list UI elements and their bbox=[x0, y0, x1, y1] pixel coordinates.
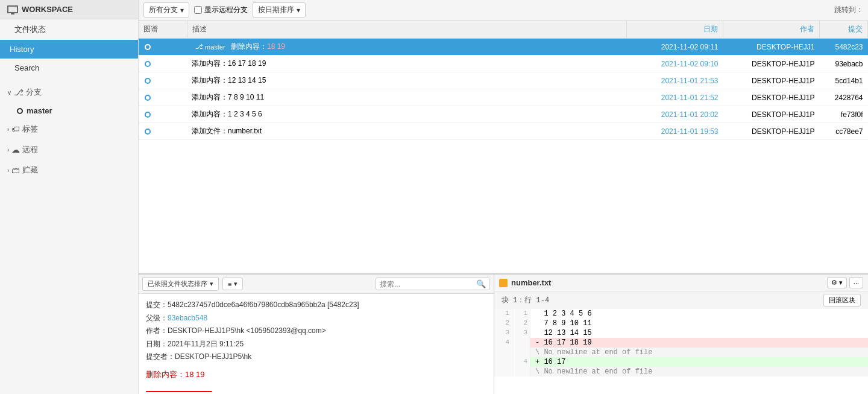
sidebar-nav-history[interactable]: History bbox=[0, 40, 138, 59]
line-num-old: 1 bbox=[494, 309, 512, 319]
file-sort-dropdown[interactable]: 已依照文件状态排序 ▾ bbox=[142, 277, 219, 291]
search-input[interactable] bbox=[380, 280, 476, 288]
commit-dot bbox=[145, 61, 151, 67]
line-num-old bbox=[494, 367, 512, 377]
line-num-old bbox=[494, 357, 512, 367]
search-bar[interactable]: 🔍 bbox=[376, 278, 490, 290]
table-row[interactable]: 添加内容：1 2 3 4 5 62021-11-01 20:02DESKTOP-… bbox=[139, 106, 868, 123]
commit-date-line: 日期：2021年11月2日 9:11:25 bbox=[146, 338, 486, 351]
line-content: + 16 17 bbox=[530, 357, 868, 367]
line-num-new bbox=[512, 338, 530, 348]
rollback-btn[interactable]: 回滚区块 bbox=[823, 294, 861, 307]
commit-info-toolbar: 已依照文件状态排序 ▾ ≡ ▾ 🔍 bbox=[139, 275, 494, 294]
branch-master-item[interactable]: master bbox=[0, 103, 138, 119]
red-underline-decoration bbox=[146, 384, 486, 394]
author-cell: DESKTOP-HEJJ1P bbox=[723, 56, 820, 72]
table-row[interactable]: 添加文件：number.txt2021-11-01 19:53DESKTOP-H… bbox=[139, 123, 868, 140]
line-num-new bbox=[512, 348, 530, 357]
view-mode-btn[interactable]: ≡ ▾ bbox=[222, 278, 243, 290]
chunk-label: 块 1：行 1-4 bbox=[502, 295, 549, 305]
ellipsis-icon: ··· bbox=[854, 279, 859, 287]
table-row[interactable]: ⎇ master 删除内容：18 192021-11-02 09:11DESKT… bbox=[139, 39, 868, 56]
chevron-right-icon-2: › bbox=[7, 147, 9, 153]
desc-cell: 添加内容：16 17 18 19 bbox=[187, 56, 627, 72]
author-cell: DESKTOP-HEJJ1P bbox=[723, 123, 820, 140]
branch-dropdown[interactable]: 所有分支 ▾ bbox=[143, 2, 189, 17]
jump-to-label: 跳转到： bbox=[834, 5, 863, 15]
commit-full-hash: 5482c237457d0dce6a46f6b79860cdb8a965bb2a… bbox=[168, 300, 359, 309]
diff-line: 4+ 16 17 bbox=[494, 357, 868, 367]
table-row[interactable]: 添加内容：12 13 14 152021-11-01 21:53DESKTOP-… bbox=[139, 72, 868, 89]
hash-cell: 5482c23 bbox=[820, 39, 868, 56]
commit-desc: 添加内容：1 2 3 4 5 6 bbox=[192, 110, 262, 118]
hash-cell: 93ebacb bbox=[820, 56, 868, 72]
file-sort-label: 已依照文件状态排序 bbox=[148, 279, 207, 288]
commit-message: 删除内容：18 19 bbox=[146, 370, 205, 379]
col-author: 作者 bbox=[723, 21, 820, 39]
commit-committer-line: 提交者：DESKTOP-HEJJ1P5\hk bbox=[146, 351, 486, 364]
branch-dropdown-label: 所有分支 bbox=[149, 5, 178, 15]
branch-tag: ⎇ master bbox=[192, 42, 229, 51]
top-toolbar: 所有分支 ▾ 显示远程分支 按日期排序 ▾ 跳转到： bbox=[139, 0, 868, 21]
stash-label: 贮藏 bbox=[22, 165, 38, 176]
chevron-right-icon-3: › bbox=[7, 167, 9, 174]
section-branches[interactable]: ∨ ⎇ 分支 bbox=[0, 82, 138, 103]
table-row[interactable]: 添加内容：16 17 18 192021-11-02 09:10DESKTOP-… bbox=[139, 56, 868, 72]
commit-desc: 添加内容：12 13 14 15 bbox=[192, 76, 266, 84]
cloud-icon: ☁ bbox=[11, 145, 20, 154]
commit-dot bbox=[145, 129, 151, 135]
col-graph: 图谱 bbox=[139, 21, 187, 39]
settings-btn[interactable]: ⚙ ▾ bbox=[827, 277, 847, 288]
line-num-new: 2 bbox=[512, 319, 530, 328]
sidebar-nav-file-status[interactable]: 文件状态 bbox=[0, 19, 138, 40]
parent-hash-link[interactable]: 93ebacb548 bbox=[168, 314, 207, 322]
line-num-old: 3 bbox=[494, 328, 512, 338]
show-remote-checkbox[interactable] bbox=[194, 6, 202, 14]
branch-icon: ⎇ bbox=[14, 87, 24, 97]
sort-dropdown[interactable]: 按日期排序 ▾ bbox=[253, 2, 306, 17]
bottom-area: 已依照文件状态排序 ▾ ≡ ▾ 🔍 提交：5482c237457d0dce6a4… bbox=[139, 273, 868, 394]
col-date: 日期 bbox=[627, 21, 723, 39]
diff-content: 块 1：行 1-4 回滚区块 11 1 2 3 4 5 622 7 8 9 10… bbox=[494, 291, 868, 394]
jump-to: 跳转到： bbox=[834, 5, 863, 15]
sort-label: 按日期排序 bbox=[258, 5, 294, 15]
line-num-old bbox=[494, 348, 512, 357]
diff-line: 11 1 2 3 4 5 6 bbox=[494, 309, 868, 319]
col-hash: 提交 bbox=[820, 21, 868, 39]
dropdown-arrow-icon: ▾ bbox=[180, 6, 184, 14]
graph-cell bbox=[139, 106, 187, 123]
workspace-header: WORKSPACE bbox=[0, 0, 138, 19]
more-options-btn[interactable]: ··· bbox=[849, 277, 863, 288]
commit-dot bbox=[145, 78, 151, 84]
desc-cell: 添加文件：number.txt bbox=[187, 123, 627, 140]
date-cell: 2021-11-01 21:53 bbox=[627, 72, 723, 89]
section-remote[interactable]: › ☁ 远程 bbox=[0, 139, 138, 160]
file-icon bbox=[499, 279, 508, 287]
diff-line: \ No newline at end of file bbox=[494, 348, 868, 357]
section-stash[interactable]: › 🗃 贮藏 bbox=[0, 160, 138, 180]
line-num-new bbox=[512, 367, 530, 377]
commit-author-value: DESKTOP-HEJJ1P5\hk <1059502393@qq.com> bbox=[168, 326, 326, 335]
table-header-row: 图谱 描述 日期 作者 提交 bbox=[139, 21, 868, 39]
diff-line: 22 7 8 9 10 11 bbox=[494, 319, 868, 328]
sidebar-nav-search[interactable]: Search bbox=[0, 59, 138, 77]
tags-label: 标签 bbox=[22, 124, 38, 135]
commit-desc: 添加文件：number.txt bbox=[192, 127, 262, 135]
hash-cell: cc78ee7 bbox=[820, 123, 868, 140]
show-remote-checkbox-label[interactable]: 显示远程分支 bbox=[194, 5, 248, 15]
commit-info-panel: 已依照文件状态排序 ▾ ≡ ▾ 🔍 提交：5482c237457d0dce6a4… bbox=[139, 275, 494, 394]
branch-master-dot bbox=[17, 108, 23, 114]
commit-desc-deleted: 18 19 bbox=[267, 42, 285, 51]
desc-cell: 添加内容：12 13 14 15 bbox=[187, 72, 627, 89]
branches-label: 分支 bbox=[26, 87, 42, 98]
file-diff-toolbar: number.txt ⚙ ▾ ··· bbox=[494, 275, 868, 291]
commit-date-value: 2021年11月2日 9:11:25 bbox=[168, 340, 244, 348]
section-tags[interactable]: › 🏷 标签 bbox=[0, 119, 138, 139]
list-icon: ≡ bbox=[228, 281, 231, 288]
line-num-new: 3 bbox=[512, 328, 530, 338]
author-cell: DESKTOP-HEJJ1P bbox=[723, 89, 820, 106]
table-row[interactable]: 添加内容：7 8 9 10 112021-11-01 21:52DESKTOP-… bbox=[139, 89, 868, 106]
date-cell: 2021-11-01 19:53 bbox=[627, 123, 723, 140]
commit-parent-line: 父级：93ebacb548 bbox=[146, 312, 486, 325]
date-cell: 2021-11-01 20:02 bbox=[627, 106, 723, 123]
